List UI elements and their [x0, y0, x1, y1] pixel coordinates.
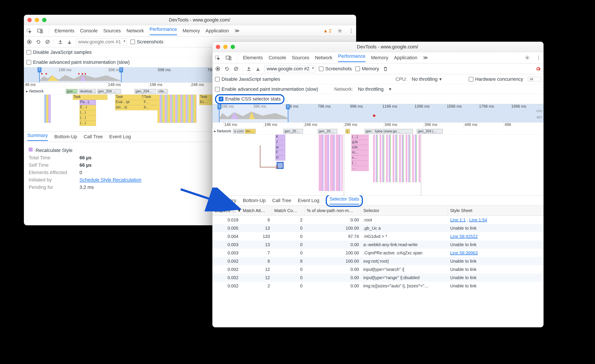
summary-title: Recalculate Style: [35, 147, 72, 153]
svg-rect-11: [82, 73, 83, 74]
stylesheet-link[interactable]: Line 1:1: [450, 217, 466, 222]
record-icon[interactable]: [215, 66, 221, 72]
table-row[interactable]: 0.005130100.00.gb_Uc aUnable to link: [212, 224, 544, 232]
clear-icon[interactable]: [233, 66, 239, 72]
window-title: DevTools - www.google.com/: [235, 44, 540, 50]
table-row[interactable]: 0.00370100.00.CqmPRe:active .oXqZxc span…: [212, 249, 544, 257]
table-row[interactable]: 0.00288100.00svg:not(:root)Unable to lin…: [212, 257, 544, 265]
recording-select[interactable]: www.google.com #1: [76, 38, 127, 45]
svg-rect-8: [41, 73, 42, 74]
subtab-selector-stats[interactable]: Selector Stats: [329, 196, 359, 204]
tab-sources[interactable]: Sources: [292, 55, 309, 61]
gear-icon[interactable]: [337, 28, 343, 34]
network-track-label: Network: [29, 89, 44, 94]
window-title: DevTools - www.google.com/: [46, 17, 353, 23]
tab-elements[interactable]: Elements: [243, 55, 263, 61]
warnings-badge[interactable]: 2: [323, 28, 331, 34]
tab-performance[interactable]: Performance: [338, 53, 365, 62]
tab-sources[interactable]: Sources: [103, 28, 121, 34]
perf-toolbar: www.google.com #2 Screenshots Memory: [212, 63, 544, 74]
table-row[interactable]: 0.0021200.00input[type="range" i]:disabl…: [212, 273, 544, 282]
tab-performance[interactable]: Performance: [150, 27, 177, 35]
memory-checkbox[interactable]: Memory: [355, 66, 379, 72]
close-icon[interactable]: [27, 18, 32, 22]
device-icon[interactable]: [226, 55, 232, 61]
recording-select[interactable]: www.google.com #2: [264, 65, 315, 72]
tab-application[interactable]: Application: [205, 28, 229, 34]
tab-network[interactable]: Network: [315, 55, 333, 61]
tab-memory[interactable]: Memory: [183, 28, 200, 34]
svg-point-18: [217, 68, 219, 70]
svg-rect-10: [78, 73, 79, 74]
reload-icon[interactable]: [224, 66, 230, 72]
table-row[interactable]: 0.0021200.00input[type="search" i]Unable…: [212, 265, 544, 273]
stylesheet-link[interactable]: Line 1:54: [469, 217, 487, 222]
download-icon[interactable]: [255, 66, 261, 72]
kebab-icon[interactable]: ⋮: [348, 28, 354, 34]
overview-timeline[interactable]: 196 ms 396 ms 596 ms 796 ms 996 ms 1196 …: [212, 104, 544, 122]
subtab-bottom-up[interactable]: Bottom-Up: [54, 134, 77, 140]
selector-stats-body[interactable]: 0.018620.00:rootLine 1:1 , Line 1:540.00…: [212, 216, 544, 290]
stylesheet-link[interactable]: Line 58:39963: [450, 251, 478, 255]
subtab-summary[interactable]: Summary: [27, 133, 48, 141]
table-row[interactable]: 0.002200.00img:is([sizes="auto" i], [siz…: [212, 282, 544, 290]
upload-icon[interactable]: [246, 66, 252, 72]
adv-paint-checkbox[interactable]: Enable advanced paint instrumentation (s…: [27, 59, 130, 65]
minimize-icon[interactable]: [35, 18, 39, 22]
record-icon[interactable]: [27, 39, 32, 45]
tab-console[interactable]: Console: [80, 28, 98, 34]
network-throttle-select[interactable]: No throttling: [358, 86, 391, 92]
flame-block[interactable]: Task: [73, 95, 107, 100]
tab-network[interactable]: Network: [126, 28, 144, 34]
tab-elements[interactable]: Elements: [55, 28, 74, 34]
screenshots-checkbox[interactable]: Screenshots: [130, 39, 163, 45]
table-row[interactable]: 0.0031300.00a:-webkit-any-link:read-writ…: [212, 240, 544, 249]
upload-icon[interactable]: [57, 39, 63, 45]
tab-application[interactable]: Application: [394, 55, 417, 61]
maximize-icon[interactable]: [231, 45, 235, 49]
gear-icon[interactable]: [535, 66, 541, 72]
more-tabs-icon[interactable]: ≫: [423, 55, 428, 61]
tab-memory[interactable]: Memory: [371, 55, 388, 61]
svg-point-16: [527, 57, 528, 58]
subtab-event-log[interactable]: Event Log: [109, 134, 131, 140]
table-row[interactable]: 0.018620.00:rootLine 1:1 , Line 1:54: [212, 216, 544, 224]
gc-icon[interactable]: [383, 66, 388, 72]
tab-console[interactable]: Console: [269, 55, 286, 61]
maximize-icon[interactable]: [42, 18, 46, 22]
subtab-call-tree[interactable]: Call Tree: [272, 198, 291, 203]
inspect-icon[interactable]: [26, 28, 32, 34]
subtab-summary[interactable]: Summary: [216, 198, 236, 203]
hw-concurrency-checkbox[interactable]: Hardware concurrency: [469, 77, 523, 82]
disable-js-checkbox[interactable]: Disable JavaScript samples: [27, 49, 92, 55]
device-icon[interactable]: [37, 28, 43, 34]
more-tabs-icon[interactable]: ≫: [234, 28, 240, 34]
subtab-event-log[interactable]: Event Log: [298, 198, 319, 203]
initiated-by-link[interactable]: Schedule Style Recalculation: [79, 177, 141, 183]
minimize-icon[interactable]: [223, 45, 227, 49]
table-row[interactable]: 0.004133097.74.HG1dvd > *Line 58:42522: [212, 232, 544, 240]
clear-icon[interactable]: [45, 39, 50, 45]
network-track[interactable]: ▸Network e.com m=… gen_20… gen_20… c gen…: [212, 128, 544, 135]
subtab-call-tree[interactable]: Call Tree: [84, 134, 103, 140]
stylesheet-link[interactable]: Line 58:42522: [450, 234, 478, 239]
subtab-bottom-up[interactable]: Bottom-Up: [243, 198, 266, 203]
flame-chart[interactable]: K J ja F H (…) gJa sJa m… v… (… …: [212, 135, 544, 195]
kebab-icon[interactable]: ⋮: [536, 55, 541, 61]
disable-js-checkbox[interactable]: Disable JavaScript samples: [215, 77, 280, 82]
adv-paint-checkbox[interactable]: Enable advanced paint instrumentation (s…: [215, 86, 318, 92]
download-icon[interactable]: [67, 39, 72, 45]
screenshots-checkbox[interactable]: Screenshots: [319, 66, 352, 72]
svg-rect-14: [226, 56, 230, 59]
reload-icon[interactable]: [35, 39, 41, 45]
cpu-throttle-select[interactable]: No throttling: [412, 77, 442, 82]
close-icon[interactable]: [216, 45, 220, 49]
selector-stats-header[interactable]: Elapsed … ▼ Match Att… Match Co… % of sl…: [212, 206, 544, 216]
gear-icon[interactable]: [524, 55, 530, 61]
selector-stats-highlight: Selector Stats: [326, 194, 363, 207]
inspect-icon[interactable]: [214, 55, 220, 61]
titlebar[interactable]: DevTools - www.google.com/: [24, 15, 356, 25]
hw-concurrency-input[interactable]: [528, 77, 541, 81]
enable-css-selector-stats-checkbox[interactable]: Enable CSS selector stats: [219, 96, 281, 102]
titlebar[interactable]: DevTools - www.google.com/: [212, 42, 544, 52]
